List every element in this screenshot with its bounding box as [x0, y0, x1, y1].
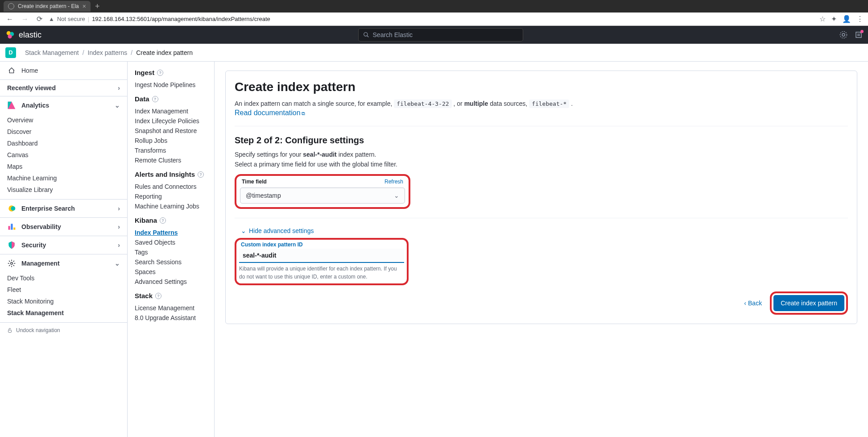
menu-icon[interactable]: ⋮ [856, 15, 864, 23]
link-rules[interactable]: Rules and Connectors [135, 182, 207, 191]
elastic-logo[interactable]: elastic [5, 30, 41, 40]
enterprise-search-icon [7, 204, 16, 213]
star-icon[interactable]: ☆ [819, 15, 826, 23]
nav-discover[interactable]: Discover [0, 126, 127, 137]
link-advanced-settings[interactable]: Advanced Settings [135, 277, 207, 287]
link-search-sessions[interactable]: Search Sessions [135, 257, 207, 267]
link-remote-clusters[interactable]: Remote Clusters [135, 155, 207, 165]
security-icon [7, 241, 16, 250]
link-ml-jobs[interactable]: Machine Learning Jobs [135, 201, 207, 211]
custom-id-input[interactable] [239, 249, 404, 263]
chevron-down-icon: ⌄ [115, 260, 120, 267]
undock-nav[interactable]: Undock navigation [0, 322, 127, 338]
main-panel: Create index pattern An index pattern ca… [225, 71, 857, 324]
svg-rect-15 [8, 330, 12, 333]
mid-heading-kibana: Kibana? [135, 216, 207, 224]
nav-analytics[interactable]: Analytics ⌄ [0, 96, 127, 114]
link-index-management[interactable]: Index Management [135, 106, 207, 116]
external-link-icon: ⧉ [302, 111, 305, 116]
nav-dev-tools[interactable]: Dev Tools [0, 272, 127, 284]
code-example-2: filebeat-* [529, 100, 569, 108]
management-nav: Ingest? Ingest Node Pipelines Data? Inde… [128, 62, 215, 437]
nav-security[interactable]: Security › [0, 236, 127, 254]
news-icon[interactable] [855, 31, 863, 39]
code-example-1: filebeat-4-3-22 [394, 100, 451, 108]
link-ilm[interactable]: Index Lifecycle Policies [135, 116, 207, 126]
step-description-1: Specify settings for your seal-*-audit i… [235, 151, 848, 158]
help-icon[interactable]: ? [160, 217, 166, 224]
mid-heading-stack: Stack? [135, 292, 207, 300]
browser-tab[interactable]: Create index pattern - Ela × [4, 1, 91, 12]
new-tab-button[interactable]: + [91, 2, 104, 11]
help-icon[interactable] [839, 31, 847, 39]
back-link[interactable]: ‹ Back [744, 300, 762, 307]
chevron-right-icon: › [118, 223, 120, 230]
search-placeholder: Search Elastic [373, 31, 413, 38]
link-spaces[interactable]: Spaces [135, 267, 207, 277]
page-title: Create index pattern [235, 80, 848, 94]
nav-home[interactable]: Home [0, 62, 127, 79]
nav-recently-viewed[interactable]: Recently viewed › [0, 80, 127, 96]
breadcrumb-index-patterns[interactable]: Index patterns [88, 49, 128, 56]
help-icon[interactable]: ? [155, 293, 161, 299]
nav-overview[interactable]: Overview [0, 114, 127, 126]
footer-actions: ‹ Back Create index pattern [235, 291, 848, 315]
link-index-patterns[interactable]: Index Patterns [135, 228, 207, 237]
mid-heading-alerts: Alerts and Insights? [135, 171, 207, 178]
elastic-logo-icon [5, 30, 15, 40]
nav-visualize[interactable]: Visualize Library [0, 184, 127, 196]
chevron-down-icon: ⌄ [241, 227, 246, 234]
nav-management[interactable]: Management ⌄ [0, 254, 127, 272]
nav-fleet[interactable]: Fleet [0, 284, 127, 295]
time-field-select[interactable]: @timestamp ⌄ [240, 187, 405, 204]
chevron-right-icon: › [118, 205, 120, 212]
nav-canvas[interactable]: Canvas [0, 149, 127, 161]
svg-point-14 [11, 262, 13, 265]
back-browser-icon[interactable]: ← [4, 14, 15, 24]
read-documentation-link[interactable]: Read documentation⧉ [235, 109, 305, 117]
link-snapshot[interactable]: Snapshot and Restore [135, 126, 207, 136]
nav-dashboard[interactable]: Dashboard [0, 137, 127, 149]
link-saved-objects[interactable]: Saved Objects [135, 237, 207, 247]
nav-observability[interactable]: Observability › [0, 218, 127, 236]
link-ingest-pipelines[interactable]: Ingest Node Pipelines [135, 80, 207, 90]
extensions-icon[interactable]: ✦ [831, 15, 837, 23]
analytics-icon [7, 101, 16, 110]
help-icon[interactable]: ? [152, 96, 158, 102]
global-search[interactable]: Search Elastic [358, 28, 523, 42]
svg-rect-11 [8, 226, 10, 229]
browser-tab-bar: Create index pattern - Ela × + [0, 0, 868, 12]
highlight-time-field: Time field Refresh @timestamp ⌄ [235, 174, 410, 209]
search-icon [363, 32, 369, 38]
help-icon[interactable]: ? [198, 171, 204, 178]
link-reporting[interactable]: Reporting [135, 191, 207, 201]
link-transforms[interactable]: Transforms [135, 146, 207, 155]
advanced-settings-toggle[interactable]: ⌄ Hide advanced settings [241, 227, 848, 234]
breadcrumb-stack-management[interactable]: Stack Management [25, 49, 79, 56]
help-icon[interactable]: ? [157, 70, 163, 76]
forward-browser-icon[interactable]: → [20, 14, 30, 24]
svg-point-3 [364, 33, 367, 36]
chevron-right-icon: › [118, 241, 120, 249]
nav-maps[interactable]: Maps [0, 161, 127, 172]
link-license[interactable]: License Management [135, 303, 207, 313]
close-tab-icon[interactable]: × [83, 3, 86, 10]
link-upgrade[interactable]: 8.0 Upgrade Assistant [135, 313, 207, 323]
content-area: Create index pattern An index pattern ca… [215, 62, 868, 437]
nav-stack-monitoring[interactable]: Stack Monitoring [0, 295, 127, 307]
refresh-link[interactable]: Refresh [384, 179, 403, 185]
create-index-pattern-button[interactable]: Create index pattern [773, 295, 844, 311]
reload-icon[interactable]: ⟳ [35, 14, 44, 24]
nav-ml[interactable]: Machine Learning [0, 172, 127, 184]
link-rollup[interactable]: Rollup Jobs [135, 136, 207, 146]
link-tags[interactable]: Tags [135, 247, 207, 257]
address-bar[interactable]: ▲ Not secure | 192.168.164.132:5601/app/… [49, 16, 815, 22]
mid-heading-ingest: Ingest? [135, 69, 207, 76]
space-selector[interactable]: D [5, 47, 16, 58]
nav-stack-management[interactable]: Stack Management [0, 307, 127, 319]
svg-rect-12 [11, 224, 12, 229]
observability-icon [7, 222, 16, 231]
url-text: 192.168.164.132:5601/app/management/kiba… [92, 16, 270, 22]
nav-enterprise-search[interactable]: Enterprise Search › [0, 200, 127, 217]
profile-icon[interactable]: 👤 [842, 15, 851, 23]
